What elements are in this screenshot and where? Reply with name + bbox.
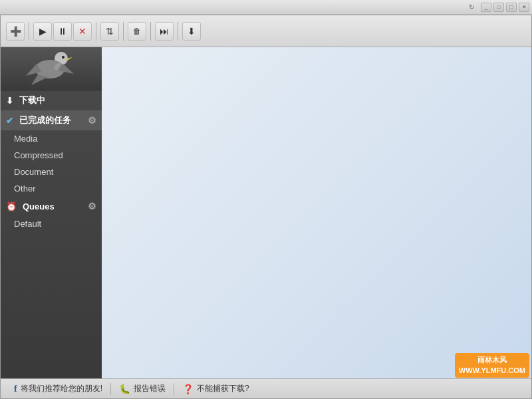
sort-button[interactable]: ⇅ — [100, 22, 119, 41]
download-section-icon: ⬇ — [6, 96, 13, 106]
play-icon: ▶ — [39, 26, 47, 37]
delete-icon: 🗑 — [133, 27, 141, 36]
sidebar-item-document[interactable]: Document — [1, 164, 102, 180]
sidebar-completed-label: 已完成的任务 — [19, 114, 71, 126]
add-button[interactable]: ➕ — [6, 22, 25, 41]
check-section-icon: ✔ — [6, 116, 13, 126]
default-label: Default — [14, 219, 41, 229]
download-icon: ⬇ — [188, 26, 196, 37]
capture-icon: ❓ — [182, 384, 194, 394]
queue-section-icon: ⏰ — [6, 201, 17, 211]
toolbar: ➕ ▶ ⏸ ✕ ⇅ 🗑 ⏭ ⬇ — [1, 15, 531, 47]
sidebar-queues-label: Queues — [23, 201, 55, 211]
pause-button[interactable]: ⏸ — [53, 22, 72, 41]
separator-1 — [29, 22, 29, 41]
window-controls: _ □ ▢ ✕ — [481, 3, 529, 12]
sidebar-item-media[interactable]: Media — [1, 130, 102, 147]
media-button[interactable]: ⏭ — [155, 22, 174, 41]
sidebar-section-downloading: ⬇ 下载中 — [1, 90, 102, 110]
sidebar-item-compressed[interactable]: Compressed — [1, 147, 102, 164]
sidebar-header-completed[interactable]: ✔ 已完成的任务 ⚙ — [1, 110, 102, 130]
titlebar: ↻ _ □ ▢ ✕ — [0, 0, 532, 15]
watermark-line2: WWW.YLMFU.COM — [459, 366, 525, 376]
capture-text: 不能捕获下载? — [197, 383, 249, 394]
refresh-icon[interactable]: ↻ — [466, 3, 477, 12]
separator-4 — [150, 22, 151, 41]
content-area: ⬇ 下载中 ✔ 已完成的任务 ⚙ Media Compressed Do — [1, 47, 531, 378]
watermark: 雨林木风 WWW.YLMFU.COM — [455, 353, 529, 378]
sidebar-section-completed: ✔ 已完成的任务 ⚙ Media Compressed Document Oth… — [1, 110, 102, 197]
sidebar-item-other[interactable]: Other — [1, 180, 102, 197]
sidebar-item-default[interactable]: Default — [1, 215, 102, 232]
compressed-label: Compressed — [14, 150, 63, 160]
add-icon: ➕ — [10, 26, 21, 37]
bug-icon: 🐛 — [119, 384, 130, 394]
document-label: Document — [14, 167, 53, 177]
delete-button[interactable]: 🗑 — [128, 22, 146, 41]
minimize-button[interactable]: _ — [481, 3, 491, 12]
main-window: ➕ ▶ ⏸ ✕ ⇅ 🗑 ⏭ ⬇ — [0, 15, 532, 399]
app-logo — [1, 47, 102, 90]
pause-icon: ⏸ — [58, 26, 67, 37]
sidebar-section-queues: ⏰ Queues ⚙ Default — [1, 197, 102, 232]
other-label: Other — [14, 184, 36, 194]
report-text: 报告错误 — [134, 383, 166, 394]
recommend-text: 将我们推荐给您的朋友! — [21, 383, 102, 394]
stop-icon: ✕ — [78, 26, 86, 37]
statusbar-capture[interactable]: ❓ 不能捕获下载? — [174, 383, 257, 394]
sidebar-downloading-label: 下载中 — [19, 94, 45, 106]
maximize-button[interactable]: ▢ — [506, 3, 517, 12]
sidebar-header-downloading[interactable]: ⬇ 下载中 — [1, 90, 102, 110]
sidebar: ⬇ 下载中 ✔ 已完成的任务 ⚙ Media Compressed Do — [1, 47, 102, 378]
main-panel — [102, 47, 531, 378]
play-button[interactable]: ▶ — [33, 22, 52, 41]
media-label: Media — [14, 134, 37, 144]
restore-button[interactable]: □ — [493, 3, 504, 12]
svg-point-2 — [62, 56, 65, 59]
sort-icon: ⇅ — [106, 26, 114, 37]
download-button[interactable]: ⬇ — [182, 22, 201, 41]
separator-3 — [123, 22, 124, 41]
separator-2 — [96, 22, 96, 41]
statusbar: f 将我们推荐给您的朋友! 🐛 报告错误 ❓ 不能捕获下载? — [1, 378, 531, 398]
watermark-line1: 雨林木风 — [459, 355, 525, 365]
statusbar-report[interactable]: 🐛 报告错误 — [111, 383, 174, 394]
media-icon: ⏭ — [160, 26, 169, 37]
facebook-icon: f — [14, 384, 17, 394]
queues-gear-icon[interactable]: ⚙ — [88, 201, 96, 211]
separator-5 — [178, 22, 178, 41]
statusbar-recommend[interactable]: f 将我们推荐给您的朋友! — [6, 383, 110, 394]
sidebar-header-queues[interactable]: ⏰ Queues ⚙ — [1, 197, 102, 215]
completed-gear-icon[interactable]: ⚙ — [88, 115, 96, 126]
stop-button[interactable]: ✕ — [73, 22, 92, 41]
close-button[interactable]: ✕ — [519, 3, 529, 12]
empty-area — [102, 47, 531, 378]
